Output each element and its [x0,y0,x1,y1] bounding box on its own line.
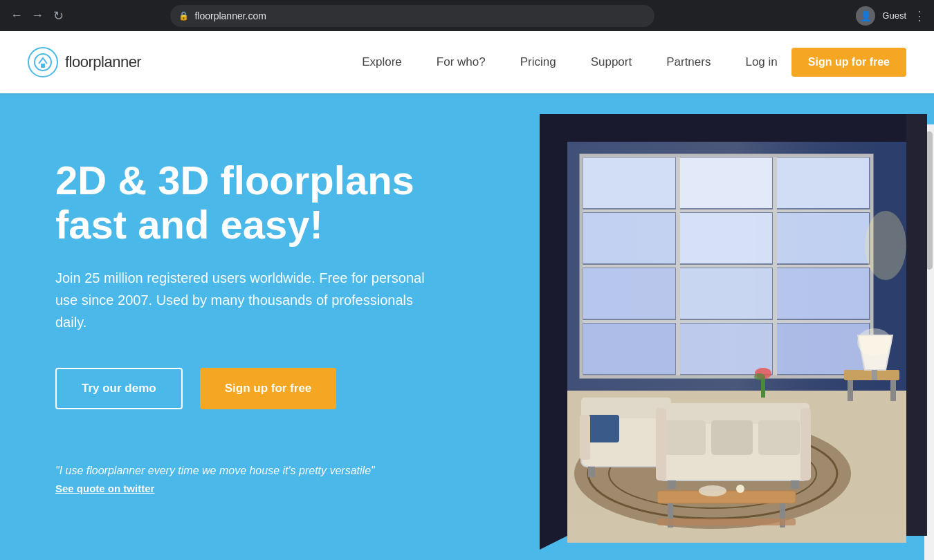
website: floorplanner Explore For who? Pricing Su… [0,31,934,560]
hero-signup-button[interactable]: Sign up for free [200,368,337,409]
hero-section: 2D & 3D floorplans fast and easy! Join 2… [0,93,934,560]
svg-rect-4 [906,114,927,536]
svg-point-38 [857,328,892,356]
forward-button[interactable]: → [29,8,46,24]
back-button[interactable]: ← [8,8,25,24]
nav-partners[interactable]: Partners [666,55,711,69]
svg-rect-52 [758,420,800,455]
testimonial-quote: "I use floorplanner every time we move h… [55,465,429,477]
logo-icon [28,47,58,77]
hero-buttons: Try our demo Sign up for free [55,368,429,409]
svg-rect-22 [680,213,772,263]
svg-rect-1 [41,64,45,68]
svg-rect-42 [588,415,619,442]
hero-content: 2D & 3D floorplans fast and easy! Join 2… [0,158,484,496]
nav-signup-button[interactable]: Sign up for free [791,48,906,77]
svg-rect-27 [583,324,675,374]
svg-rect-61 [657,519,796,525]
guest-avatar[interactable]: 👤 [856,6,875,26]
svg-point-62 [699,485,726,496]
url-text: floorplanner.com [194,10,266,21]
address-bar[interactable]: 🔒 floorplanner.com [170,5,654,27]
svg-rect-56 [791,480,799,489]
testimonial: "I use floorplanner every time we move h… [55,465,429,495]
nav-links: Explore For who? Pricing Support Partner… [362,55,711,69]
svg-rect-33 [848,380,853,401]
nav-explore[interactable]: Explore [362,55,402,69]
svg-rect-25 [680,268,772,319]
svg-rect-24 [583,268,675,319]
svg-rect-50 [664,420,706,455]
testimonial-link[interactable]: See quote on twitter [55,483,154,494]
svg-rect-55 [668,480,676,489]
browser-right: 👤 Guest ⋮ [856,6,926,26]
svg-rect-20 [777,158,869,208]
svg-rect-53 [656,408,666,480]
avatar-icon: 👤 [860,10,872,21]
logo-text: floorplanner [65,53,141,71]
svg-rect-28 [680,324,772,374]
svg-rect-43 [580,415,590,460]
svg-rect-51 [711,420,753,455]
svg-rect-19 [680,158,772,208]
svg-marker-2 [540,114,567,550]
logo-area[interactable]: floorplanner [28,47,141,77]
nav-actions: Log in Sign up for free [745,48,906,77]
hero-title: 2D & 3D floorplans fast and easy! [55,158,429,247]
room-svg [519,107,934,550]
svg-rect-29 [777,324,869,374]
svg-rect-37 [872,370,877,380]
svg-rect-54 [800,408,811,480]
navbar: floorplanner Explore For who? Pricing Su… [0,31,934,93]
svg-point-66 [754,373,765,380]
svg-point-0 [35,54,51,71]
nav-for-who[interactable]: For who? [437,55,486,69]
svg-rect-57 [657,491,796,503]
svg-rect-3 [540,114,927,142]
hero-title-line1: 2D & 3D floorplans [55,158,414,203]
svg-rect-34 [890,380,896,401]
svg-point-31 [865,211,906,280]
svg-rect-26 [777,268,869,319]
svg-rect-21 [583,213,675,263]
svg-rect-45 [588,467,595,477]
hero-title-line2: fast and easy! [55,202,323,247]
browser-menu-button[interactable]: ⋮ [913,8,926,24]
hero-subtitle: Join 25 million registered users worldwi… [55,267,429,333]
refresh-button[interactable]: ↻ [50,8,66,24]
nav-pricing[interactable]: Pricing [520,55,556,69]
lock-icon: 🔒 [178,11,189,21]
hero-room-illustration [519,107,934,550]
guest-label: Guest [882,10,906,21]
svg-rect-23 [777,213,869,263]
nav-support[interactable]: Support [591,55,632,69]
browser-chrome: ← → ↻ 🔒 floorplanner.com 👤 Guest ⋮ [0,0,934,31]
svg-rect-18 [583,158,675,208]
login-button[interactable]: Log in [745,55,777,69]
browser-nav-buttons: ← → ↻ [8,8,66,24]
svg-point-63 [736,485,744,493]
demo-button[interactable]: Try our demo [55,368,183,409]
